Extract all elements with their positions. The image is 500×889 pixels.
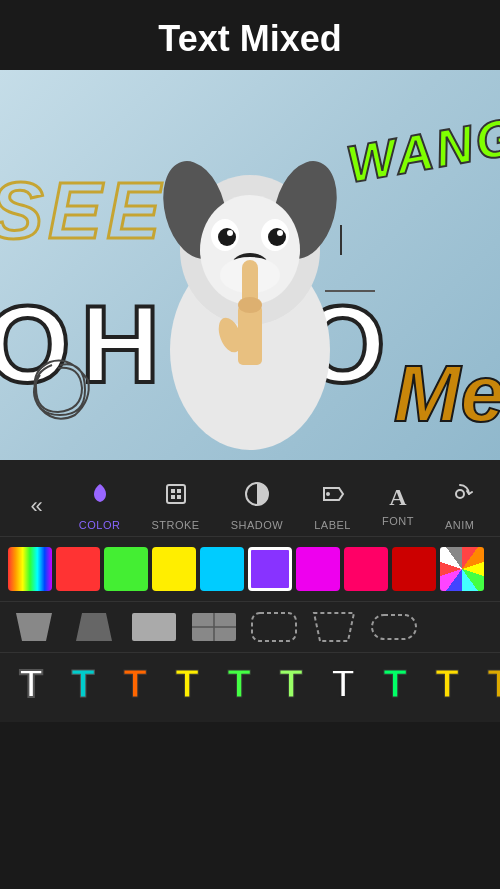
shape-parallelogram[interactable] [8, 607, 60, 647]
text-style-green[interactable]: T [216, 661, 262, 707]
svg-marker-27 [76, 613, 112, 641]
text-style-yellow2[interactable]: T [424, 661, 470, 707]
text-style-green2[interactable]: T [372, 661, 418, 707]
swatch-multi[interactable] [440, 547, 484, 591]
font-icon: A [389, 484, 406, 511]
shape-grid-rect[interactable] [188, 607, 240, 647]
swatch-magenta[interactable] [296, 547, 340, 591]
svg-marker-33 [314, 613, 354, 641]
svg-point-9 [227, 230, 233, 236]
page-title: Text Mixed [0, 18, 500, 60]
swatch-red[interactable] [56, 547, 100, 591]
toolbar: « COLOR STROKE [0, 460, 500, 722]
shape-rounded-dashed[interactable] [248, 607, 300, 647]
tool-icons-row: « COLOR STROKE [0, 470, 500, 536]
shape-rectangle[interactable] [128, 607, 180, 647]
svg-rect-22 [177, 495, 181, 499]
svg-point-16 [238, 297, 262, 313]
stroke-icon [162, 480, 190, 515]
canvas-area: SEE WANG OH NO Me [0, 70, 500, 460]
shape-stadium[interactable] [368, 607, 420, 647]
canvas-image: SEE WANG OH NO Me [0, 70, 500, 460]
swatch-green[interactable] [104, 547, 148, 591]
gradient-swatch[interactable] [8, 547, 52, 591]
color-label: COLOR [79, 519, 121, 531]
shadow-icon [243, 480, 271, 515]
text-style-yellow[interactable]: T [164, 661, 210, 707]
font-label: FONT [382, 515, 414, 527]
canvas-text-me: Me [394, 348, 500, 440]
text-style-gold[interactable]: T [476, 661, 500, 707]
tool-anim[interactable]: ANIM [435, 475, 485, 536]
tool-stroke[interactable]: STROKE [141, 475, 209, 536]
tool-shadow[interactable]: SHADOW [221, 475, 294, 536]
svg-point-24 [326, 492, 330, 496]
text-style-teal[interactable]: T [60, 661, 106, 707]
text-styles: T T T T T T T T T T [0, 653, 500, 717]
svg-point-25 [456, 490, 464, 498]
svg-rect-18 [167, 485, 185, 503]
swatch-purple[interactable] [248, 547, 292, 591]
svg-rect-28 [132, 613, 176, 641]
svg-rect-21 [171, 495, 175, 499]
stroke-label: STROKE [151, 519, 199, 531]
dog-illustration [120, 90, 380, 460]
header: Text Mixed [0, 0, 500, 70]
anim-icon [446, 480, 474, 515]
label-icon [319, 480, 347, 515]
svg-rect-19 [171, 489, 175, 493]
swatch-yellow[interactable] [152, 547, 196, 591]
color-icon [86, 480, 114, 515]
svg-point-7 [218, 228, 236, 246]
text-style-orange[interactable]: T [112, 661, 158, 707]
shape-parallelogram-dashed[interactable] [308, 607, 360, 647]
svg-rect-20 [177, 489, 181, 493]
shadow-label: SHADOW [231, 519, 284, 531]
tool-label[interactable]: LABEL [304, 475, 361, 536]
tool-color[interactable]: COLOR [69, 475, 131, 536]
shape-swatches [0, 602, 500, 652]
svg-rect-32 [252, 613, 296, 641]
text-style-white-stroke[interactable]: T [320, 661, 366, 707]
svg-point-10 [277, 230, 283, 236]
swatch-hotpink[interactable] [344, 547, 388, 591]
anim-label: ANIM [445, 519, 475, 531]
label-label: LABEL [314, 519, 351, 531]
svg-point-8 [268, 228, 286, 246]
svg-rect-34 [372, 615, 416, 639]
swatch-darkred[interactable] [392, 547, 436, 591]
svg-marker-26 [16, 613, 52, 641]
canvas-scribble [20, 350, 100, 430]
text-style-plain[interactable]: T [8, 661, 54, 707]
shape-trapezoid[interactable] [68, 607, 120, 647]
text-style-lightgreen[interactable]: T [268, 661, 314, 707]
back-button[interactable]: « [16, 488, 58, 524]
tool-font[interactable]: A FONT [372, 479, 424, 532]
color-swatches [0, 537, 500, 601]
swatch-cyan[interactable] [200, 547, 244, 591]
